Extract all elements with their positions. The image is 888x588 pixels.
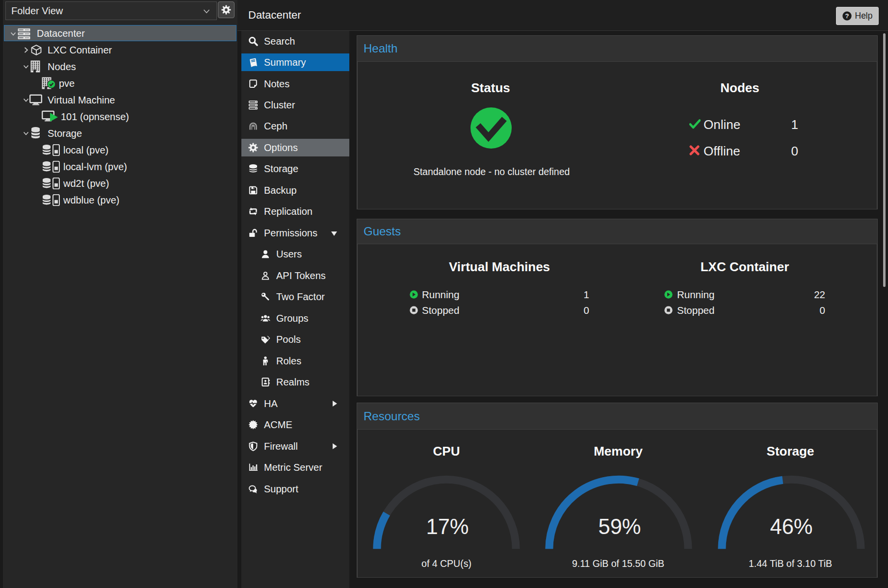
svg-text:?: ? <box>845 12 849 20</box>
